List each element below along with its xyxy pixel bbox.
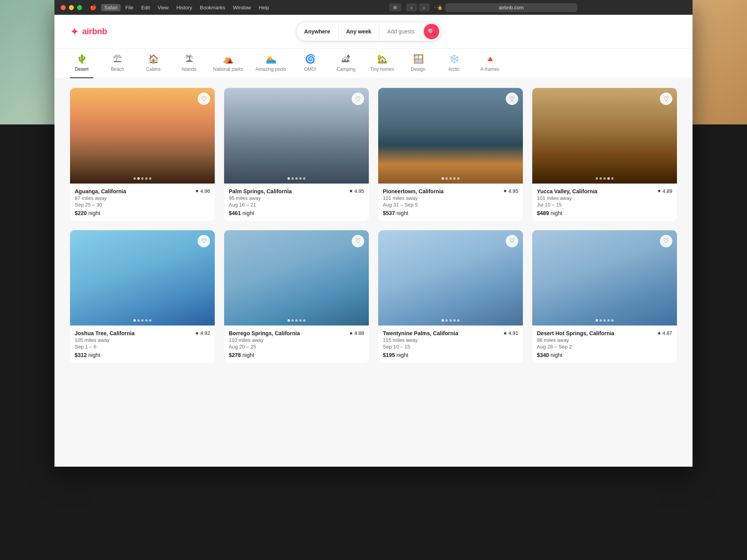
listing-title-row-5: Joshua Tree, California ★ 4.92	[75, 330, 210, 336]
listing-info-8: Desert Hot Springs, California ★ 4.87 98…	[532, 326, 677, 363]
category-national-parks[interactable]: ⛺ National parks	[213, 55, 243, 78]
listing-distance-4: 101 miles away	[537, 195, 672, 201]
menu-file[interactable]: File	[122, 4, 137, 11]
rating-value-4: 4.89	[663, 188, 672, 194]
listing-title-row-4: Yucca Valley, California ★ 4.89	[537, 188, 672, 194]
category-a-frames[interactable]: 🔺 A-frames	[478, 55, 502, 78]
listing-photo-3	[378, 88, 523, 184]
image-dots-4	[596, 177, 614, 180]
dot-2-3	[295, 177, 298, 180]
wishlist-button-7[interactable]: ♡	[506, 235, 518, 247]
image-dots-1	[133, 177, 151, 180]
listing-photo-1	[70, 88, 215, 184]
listing-location-3: Pioneertown, California	[383, 188, 444, 194]
menu-safari[interactable]: Safari	[101, 4, 121, 11]
dot-1-3	[141, 177, 144, 180]
listing-photo-6	[224, 230, 369, 326]
category-tiny-homes[interactable]: 🏡 Tiny homes	[370, 55, 394, 78]
star-icon-7: ★	[503, 331, 507, 336]
wishlist-button-8[interactable]: ♡	[660, 235, 672, 247]
address-bar-wrap: ··· 🔒	[434, 3, 577, 12]
wishlist-button-1[interactable]: ♡	[198, 93, 210, 105]
search-anyweek[interactable]: Any week	[338, 24, 380, 39]
category-omg[interactable]: 🌀 OMG!	[298, 55, 322, 78]
listing-price-3: $537 night	[383, 210, 518, 216]
listing-rating-2: ★ 4.95	[349, 188, 364, 194]
category-camping-label: Camping	[337, 66, 355, 72]
category-islands[interactable]: 🏝 Islands	[177, 55, 201, 78]
listing-location-8: Desert Hot Springs, California	[537, 330, 614, 336]
menu-window[interactable]: Window	[230, 4, 254, 11]
category-arctic-label: Arctic	[448, 66, 460, 72]
camping-icon: 🏕	[342, 55, 350, 63]
dot-6-3	[295, 319, 298, 322]
a-frames-icon: 🔺	[485, 55, 495, 63]
titlebar-center: ⊞ ‹ › ··· 🔒	[280, 3, 686, 12]
listing-dates-5: Sep 1 – 6	[75, 344, 210, 350]
forward-button[interactable]: ›	[419, 4, 430, 11]
category-beach[interactable]: ⛱ Beach	[106, 55, 129, 78]
listing-card-1[interactable]: ♡ Aguanga, California ★ 4.96	[70, 88, 215, 221]
listing-card-5[interactable]: ♡ Joshua Tree, California ★ 4.9	[70, 230, 215, 363]
listing-rating-4: ★ 4.89	[657, 188, 672, 194]
search-button[interactable]: 🔍	[424, 24, 439, 39]
wishlist-button-6[interactable]: ♡	[352, 235, 364, 247]
category-arctic[interactable]: ❄️ Arctic	[442, 55, 466, 78]
dot-4-3	[603, 177, 606, 180]
fullscreen-button[interactable]	[77, 5, 82, 10]
dot-3-3	[449, 177, 452, 180]
wishlist-button-4[interactable]: ♡	[660, 93, 672, 105]
category-desert[interactable]: 🌵 Desert	[70, 55, 93, 78]
listing-dates-8: Aug 28 – Sep 2	[537, 344, 672, 350]
listing-title-row-8: Desert Hot Springs, California ★ 4.87	[537, 330, 672, 336]
listing-card-7[interactable]: ♡ Twentynine Palms, California ★	[378, 230, 523, 363]
listing-price-unit-3: night	[396, 210, 408, 216]
address-input[interactable]	[445, 3, 577, 12]
rating-value-7: 4.91	[509, 330, 518, 336]
category-amazing-pools[interactable]: 🏊 Amazing pools	[256, 55, 286, 78]
dot-4-4	[607, 177, 610, 180]
listing-card-2[interactable]: ♡ Palm Springs, California ★ 4.	[224, 88, 369, 221]
listing-image-1: ♡	[70, 88, 215, 184]
listing-card-8[interactable]: ♡ Desert Hot Springs, California ★	[532, 230, 677, 363]
wishlist-button-5[interactable]: ♡	[198, 235, 210, 247]
menu-view[interactable]: View	[154, 4, 172, 11]
listing-distance-2: 95 miles away	[229, 195, 364, 201]
star-icon-8: ★	[657, 331, 661, 336]
dot-2-2	[291, 177, 294, 180]
listing-card-6[interactable]: ♡ Borrego Springs, California ★	[224, 230, 369, 363]
listing-distance-1: 87 miles away	[75, 195, 210, 201]
menu-help[interactable]: Help	[256, 4, 272, 11]
close-button[interactable]	[61, 5, 66, 10]
listing-card-3[interactable]: ♡ Pioneertown, California ★ 4.9	[378, 88, 523, 221]
wishlist-button-3[interactable]: ♡	[506, 93, 518, 105]
wishlist-button-2[interactable]: ♡	[352, 93, 364, 105]
back-button[interactable]: ‹	[406, 4, 417, 11]
listing-price-unit-2: night	[242, 210, 254, 216]
dot-2-1	[288, 177, 290, 180]
listing-card-4[interactable]: ♡ Yucca Valley, California ★ 4.	[532, 88, 677, 221]
lock-icon: 🔒	[437, 5, 443, 10]
minimize-button[interactable]	[69, 5, 74, 10]
category-cabins[interactable]: 🏠 Cabins	[142, 55, 165, 78]
category-amazing-pools-label: Amazing pools	[256, 66, 286, 72]
category-camping[interactable]: 🏕 Camping	[334, 55, 358, 78]
menu-edit[interactable]: Edit	[138, 4, 153, 11]
rating-value-2: 4.95	[354, 188, 364, 194]
menu-bookmarks[interactable]: Bookmarks	[197, 4, 228, 11]
dot-7-1	[442, 319, 444, 322]
sidebar-toggle[interactable]: ⊞	[389, 4, 402, 11]
listing-image-7: ♡	[378, 230, 523, 326]
airbnb-logo[interactable]: ✦ airbnb	[70, 25, 107, 38]
listing-price-unit-8: night	[551, 352, 562, 358]
search-icon: 🔍	[428, 28, 435, 35]
dot-7-5	[457, 319, 459, 322]
menu-history[interactable]: History	[173, 4, 195, 11]
listing-location-2: Palm Springs, California	[229, 188, 292, 194]
search-anywhere[interactable]: Anywhere	[296, 24, 338, 39]
category-design[interactable]: 🪟 Design	[407, 55, 430, 78]
search-guests[interactable]: Add guests	[379, 24, 422, 39]
dot-5-4	[145, 319, 147, 322]
listing-rating-3: ★ 4.95	[503, 188, 518, 194]
design-icon: 🪟	[413, 55, 424, 63]
